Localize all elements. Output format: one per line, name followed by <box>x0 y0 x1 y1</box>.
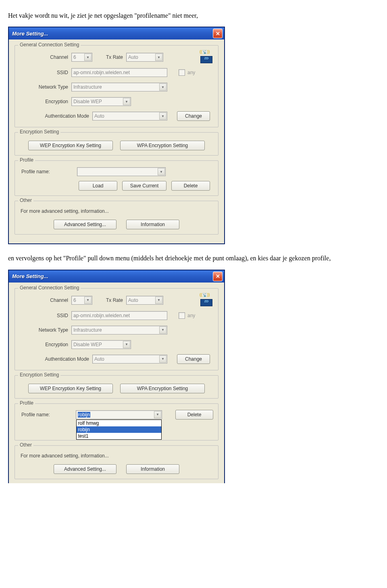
group-title-other: Other <box>18 197 33 203</box>
titlebar-text: More Setting... <box>12 273 48 279</box>
dropdown-option[interactable]: test1 <box>77 433 161 439</box>
chevron-down-icon: ▼ <box>155 54 162 61</box>
delete-button[interactable]: Delete <box>175 410 213 420</box>
group-title-other: Other <box>18 442 33 448</box>
change-button[interactable]: Change <box>177 354 210 364</box>
group-title-profile: Profile <box>18 400 35 406</box>
chevron-down-icon: ▼ <box>159 326 166 334</box>
group-profile: Profile Profile name: ▼ Load Save Curren… <box>15 160 218 196</box>
nettype-label: Network Type <box>20 327 71 333</box>
titlebar-text: More Setting... <box>12 31 48 37</box>
encryption-label: Encryption <box>20 342 71 347</box>
chevron-down-icon: ▼ <box>155 297 162 304</box>
chevron-down-icon: ▼ <box>159 355 166 363</box>
any-checkbox <box>179 69 185 76</box>
ssid-label: SSID <box>20 70 71 75</box>
channel-label: Channel <box>20 54 71 60</box>
channel-label: Channel <box>20 297 71 303</box>
group-general-connection: General Connection Setting Channel 6▼ Tx… <box>15 288 218 370</box>
chevron-down-icon: ▼ <box>159 112 166 120</box>
other-info-text: For more advanced setting, information..… <box>21 453 213 459</box>
close-icon: ✕ <box>216 31 220 37</box>
group-title-encryption: Encryption Setting <box>18 372 60 378</box>
change-button[interactable]: Change <box>177 111 210 121</box>
chevron-down-icon: ▼ <box>123 341 130 348</box>
paragraph-1: Het vakje wordt nu wit, je ziet je net o… <box>8 11 379 20</box>
group-title-general: General Connection Setting <box>18 285 81 291</box>
encryption-label: Encryption <box>20 99 71 104</box>
other-info-text: For more advanced setting, information..… <box>21 208 213 214</box>
dialog-more-setting-2: More Setting... ✕ General Connection Set… <box>8 270 225 483</box>
dialog-body: General Connection Setting Channel 6▼ Tx… <box>9 39 224 243</box>
titlebar[interactable]: More Setting... ✕ <box>9 270 224 283</box>
wpa-button[interactable]: WPA Encryption Setting <box>120 384 205 393</box>
any-checkbox <box>179 312 185 319</box>
group-other: Other For more advanced setting, informa… <box>15 445 218 479</box>
close-button[interactable]: ✕ <box>213 29 223 38</box>
delete-button[interactable]: Delete <box>171 181 210 191</box>
wifi-device-icon: ZD <box>199 294 213 306</box>
load-button[interactable]: Load <box>79 181 117 191</box>
encryption-select: Disable WEP▼ <box>71 97 131 106</box>
txrate-select: Auto▼ <box>126 296 163 305</box>
wep-key-button[interactable]: WEP Encryption Key Setting <box>28 141 113 150</box>
information-button[interactable]: Information <box>126 464 179 474</box>
authmode-label: Authentication Mode <box>20 356 92 362</box>
wep-key-button[interactable]: WEP Encryption Key Setting <box>28 384 113 393</box>
profile-name-label: Profile name: <box>20 169 77 175</box>
group-title-profile: Profile <box>18 157 35 163</box>
close-icon: ✕ <box>216 273 220 279</box>
chevron-down-icon: ▼ <box>84 54 92 61</box>
group-general-connection: General Connection Setting Channel 6▼ Tx… <box>15 45 218 127</box>
chevron-down-icon[interactable]: ▼ <box>158 168 165 175</box>
ssid-label: SSID <box>20 313 71 318</box>
close-button[interactable]: ✕ <box>213 272 223 281</box>
profile-name-value: robijn <box>78 412 90 418</box>
dialog-more-setting-1: More Setting... ✕ General Connection Set… <box>8 27 225 244</box>
profile-dropdown-list[interactable]: rolf hmwg robijn test1 <box>76 420 162 440</box>
chevron-down-icon: ▼ <box>159 83 166 91</box>
authmode-label: Authentication Mode <box>20 113 92 119</box>
titlebar[interactable]: More Setting... ✕ <box>9 27 224 39</box>
ssid-field: ap-omni.robijn.wleiden.net <box>71 311 167 320</box>
information-button[interactable]: Information <box>126 220 179 229</box>
nettype-select: Infrastructure▼ <box>71 83 167 91</box>
channel-select: 6▼ <box>71 53 92 62</box>
wifi-device-icon: ZD <box>199 51 213 63</box>
dialog-body: General Connection Setting Channel 6▼ Tx… <box>9 283 224 483</box>
group-title-encryption: Encryption Setting <box>18 129 60 135</box>
paragraph-2: en vervolgens op het "Profile" pull down… <box>8 254 379 263</box>
txrate-label: Tx Rate <box>92 54 126 60</box>
wpa-button[interactable]: WPA Encryption Setting <box>120 141 205 150</box>
nettype-select: Infrastructure▼ <box>71 326 167 335</box>
nettype-label: Network Type <box>20 84 71 90</box>
group-encryption-setting: Encryption Setting WEP Encryption Key Se… <box>15 132 218 156</box>
authmode-select: Auto▼ <box>92 355 167 364</box>
group-title-general: General Connection Setting <box>18 42 81 48</box>
encryption-select: Disable WEP▼ <box>71 340 131 349</box>
advanced-setting-button[interactable]: Advanced Setting... <box>54 464 117 474</box>
chevron-down-icon: ▼ <box>84 297 92 304</box>
dropdown-option[interactable]: robijn <box>77 426 161 433</box>
any-label: any <box>187 70 195 75</box>
dropdown-option[interactable]: rolf hmwg <box>77 420 161 426</box>
ssid-field: ap-omni.robijn.wleiden.net <box>71 68 167 77</box>
chevron-down-icon: ▼ <box>123 98 130 105</box>
profile-name-combobox[interactable]: robijn ▼ rolf hmwg robijn test1 <box>76 410 162 419</box>
profile-name-label: Profile name: <box>20 412 76 418</box>
chevron-down-icon[interactable]: ▼ <box>154 411 161 418</box>
profile-name-combobox[interactable]: ▼ <box>77 167 166 176</box>
group-other: Other For more advanced setting, informa… <box>15 201 218 235</box>
channel-select: 6▼ <box>71 296 92 305</box>
advanced-setting-button[interactable]: Advanced Setting... <box>54 220 117 229</box>
group-profile: Profile Profile name: robijn ▼ rolf hmwg… <box>15 403 218 440</box>
any-label: any <box>187 313 195 318</box>
txrate-label: Tx Rate <box>92 297 126 303</box>
txrate-select: Auto▼ <box>126 53 163 62</box>
authmode-select: Auto▼ <box>92 112 167 121</box>
save-current-button[interactable]: Save Current <box>122 181 166 191</box>
group-encryption-setting: Encryption Setting WEP Encryption Key Se… <box>15 375 218 399</box>
